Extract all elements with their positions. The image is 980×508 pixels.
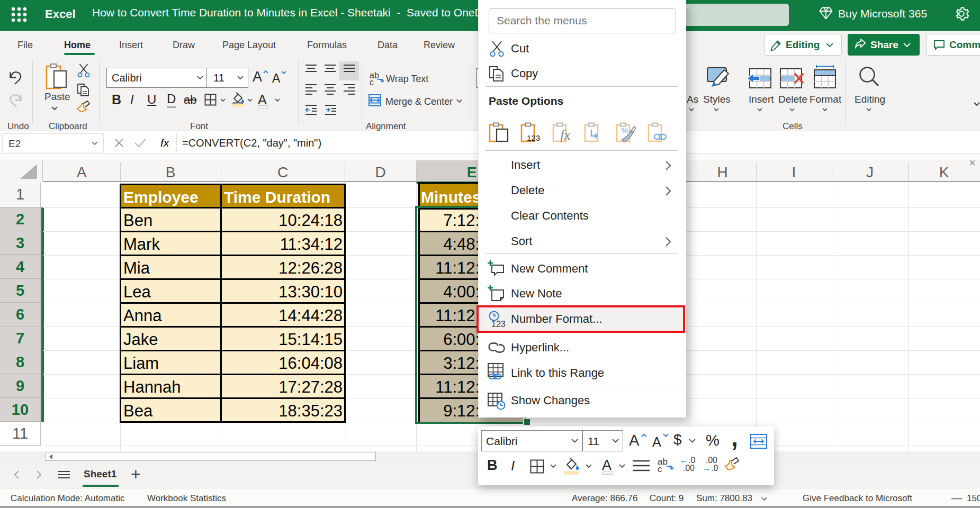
svg-text:123: 123 xyxy=(527,133,540,142)
svg-text:%: % xyxy=(621,126,628,135)
svg-text:fx: fx xyxy=(560,127,571,142)
